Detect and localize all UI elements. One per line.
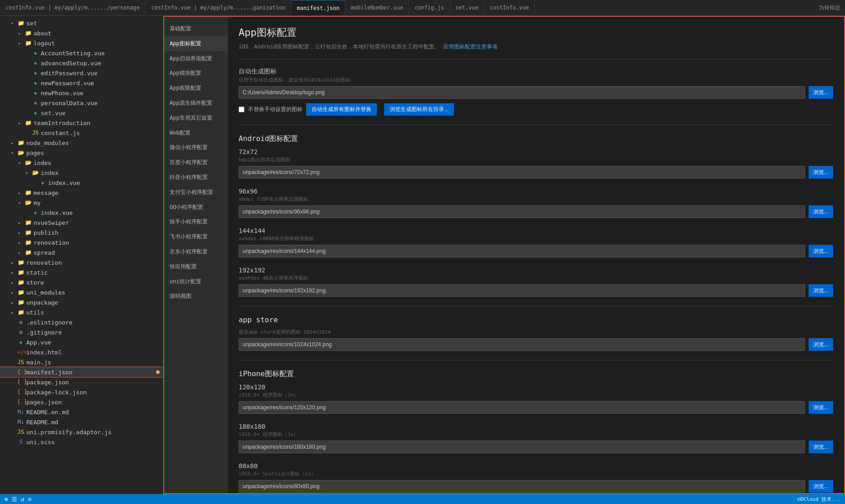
browse-output-dir-button[interactable]: 浏览生成图标所在目录... (384, 103, 454, 116)
tree-item-readmeenmd[interactable]: ▸ M↓ README.en.md (0, 407, 163, 417)
status-icon-menu[interactable]: ☰ (12, 496, 17, 503)
status-icon-add[interactable]: ⊕ (5, 496, 8, 503)
browse-appstore-button[interactable]: 浏览... (809, 338, 833, 351)
nav-item-appmokuai[interactable]: App模块配置 (164, 66, 227, 81)
browse-144-button[interactable]: 浏览... (809, 245, 833, 257)
tree-item-message[interactable]: ▸ 📁 message (0, 188, 163, 198)
nav-item-wechat[interactable]: 微信小程序配置 (164, 140, 227, 155)
tree-item-unpackage[interactable]: ▸ 📁 unpackage (0, 297, 163, 307)
tree-item-unipromisify[interactable]: ▸ JS uni.promisify.adaptor.js (0, 427, 163, 437)
folder-open-icon: 📂 (32, 170, 39, 176)
tree-item-accountsetting[interactable]: ▸ ◈ AccountSetting.vue (0, 48, 163, 58)
tree-item-about[interactable]: ▸ 📁 about (0, 28, 163, 38)
tree-item-set[interactable]: ▾ 📁 set (0, 18, 163, 28)
browse-iphone-80-button[interactable]: 浏览... (809, 480, 833, 493)
tree-item-manifestjson[interactable]: ▸ { } manifest.json (0, 367, 163, 377)
icon-192-input[interactable] (239, 284, 805, 297)
tree-item-store[interactable]: ▸ 📁 store (0, 277, 163, 287)
tree-item-node-modules[interactable]: ▸ 📁 node_modules (0, 138, 163, 148)
tree-item-pagesjson[interactable]: ▸ [ ] pages.json (0, 397, 163, 407)
logo-path-input[interactable] (239, 86, 805, 99)
nav-item-appchangyong[interactable]: App常用其它设置 (164, 111, 227, 126)
checkbox-row: 不替换手动设置的图标 自动生成所有图标并替换 浏览生成图标所在目录... (239, 103, 833, 116)
tree-item-pages[interactable]: ▾ 📂 pages (0, 148, 163, 158)
tree-item-appvue[interactable]: ▸ ◈ App.vue (0, 337, 163, 347)
no-replace-checkbox[interactable] (239, 107, 244, 112)
nav-item-appquanxian[interactable]: App权限配置 (164, 81, 227, 96)
nav-item-appqidong[interactable]: App启动界面配置 (164, 51, 227, 66)
tree-item-editpassword[interactable]: ▸ ◈ editPassword.vue (0, 68, 163, 78)
auto-gen-all-button[interactable]: 自动生成所有图标并替换 (306, 103, 377, 116)
tree-item-my-indexvue[interactable]: ▸ ◈ index.vue (0, 208, 163, 218)
nav-item-web[interactable]: Web配置 (164, 126, 227, 141)
tree-item-index[interactable]: ▾ 📂 index (0, 158, 163, 168)
nav-item-alipay[interactable]: 支付宝小程序配置 (164, 185, 227, 200)
tree-item-indexhtml[interactable]: ▸ </> index.html (0, 347, 163, 357)
browse-logo-button[interactable]: 浏览... (809, 86, 833, 99)
nav-item-douyin[interactable]: 抖音小程序配置 (164, 170, 227, 185)
tree-item-constantjs[interactable]: ▸ JS constant.js (0, 128, 163, 138)
tab-5[interactable]: set.vue (450, 0, 484, 16)
nav-item-kuaiyingyong[interactable]: 快应用配置 (164, 259, 227, 274)
status-icon-refresh[interactable]: ↺ (21, 496, 24, 503)
tab-4[interactable]: config.js (409, 0, 450, 16)
browse-72-button[interactable]: 浏览... (809, 166, 833, 179)
tree-item-publish[interactable]: ▸ 📁 publish (0, 228, 163, 237)
nav-item-apptubiao[interactable]: App图标配置 (164, 36, 227, 51)
tab-6[interactable]: costInfo.vue (484, 0, 535, 16)
tree-item-newphone[interactable]: ▸ ◈ newPhone.vue (0, 88, 163, 98)
tree-item-spread[interactable]: ▸ 📁 spread (0, 247, 163, 257)
tree-item-my[interactable]: ▾ 📂 my (0, 198, 163, 208)
nav-item-appyuansheng[interactable]: App原生插件配置 (164, 96, 227, 111)
tree-item-renovation-sub[interactable]: ▸ 📁 renovation (0, 237, 163, 247)
tree-item-eslintignore[interactable]: ▸ ⚙ .eslintignore (0, 317, 163, 327)
tree-item-static[interactable]: ▸ 📁 static (0, 267, 163, 277)
browse-iphone-120-2x-button[interactable]: 浏览... (809, 401, 833, 414)
tab-1[interactable]: costInfo.vue | my/apply/m......ganizatio… (146, 0, 291, 16)
nav-item-yuanma[interactable]: 源码视图 (164, 289, 227, 304)
tree-item-renovation-root[interactable]: ▸ 📁 renovation (0, 257, 163, 267)
nav-item-baidu[interactable]: 百度小程序配置 (164, 155, 227, 170)
size-72-sub: hdpi高分辨率应用图标 (239, 156, 833, 163)
nav-item-qq[interactable]: QQ小程序配置 (164, 200, 227, 215)
nav-item-kuaishou[interactable]: 快手小程序配置 (164, 214, 227, 229)
tree-item-teamintro[interactable]: ▸ 📁 teamIntroduction (0, 118, 163, 128)
nav-item-jingdong[interactable]: 京东小程序配置 (164, 244, 227, 259)
icon-72-input[interactable] (239, 166, 805, 179)
tree-item-newpassword[interactable]: ▸ ◈ newPassword.vue (0, 78, 163, 88)
nav-item-unitongji[interactable]: uni统计配置 (164, 274, 227, 289)
status-icon-target[interactable]: ⊙ (28, 496, 32, 503)
iphone-180-input[interactable] (239, 441, 805, 453)
browse-192-button[interactable]: 浏览... (809, 284, 833, 297)
tree-item-setvue[interactable]: ▸ ◈ set.vue (0, 108, 163, 118)
iphone-80-input[interactable] (239, 480, 805, 493)
icon-144-input[interactable] (239, 245, 805, 257)
browse-96-button[interactable]: 浏览... (809, 205, 833, 218)
tree-item-utils[interactable]: ▸ 📁 utils (0, 307, 163, 317)
size-192-label: 192x192 (239, 267, 833, 274)
browse-iphone-180-button[interactable]: 浏览... (809, 441, 833, 453)
tree-item-logout[interactable]: ▸ 📁 logout (0, 38, 163, 48)
tree-item-advancedsetup[interactable]: ▸ ◈ advancedSetup.vue (0, 58, 163, 68)
icon-96-input[interactable] (239, 205, 805, 218)
nav-item-feishu[interactable]: 飞书小程序配置 (164, 229, 227, 244)
tree-item-index-sub[interactable]: ▾ 📂 index (0, 168, 163, 178)
tree-item-nvueswiper[interactable]: ▸ 📁 nvueSwiper (0, 218, 163, 228)
tree-item-gitignore[interactable]: ▸ ⚙ .gitignore (0, 327, 163, 337)
tree-label: pages.json (26, 399, 62, 406)
tree-item-packagelockjson[interactable]: ▸ [ ] package-lock.json (0, 387, 163, 397)
nav-item-jichu[interactable]: 基础配置 (164, 21, 227, 36)
section-link[interactable]: 应用图标配置注意事项 (443, 44, 498, 50)
tree-item-packagejson[interactable]: ▸ [ ] package.json (0, 377, 163, 387)
tab-3[interactable]: mobileNumber.vue (345, 0, 409, 16)
tree-item-uniscss[interactable]: ▸ S uni.scss (0, 437, 163, 447)
tree-item-personaldata[interactable]: ▸ ◈ personalData.vue (0, 98, 163, 108)
iphone-120-2x-input[interactable] (239, 401, 805, 414)
tree-item-readmemd[interactable]: ▸ M↓ README.md (0, 417, 163, 427)
tree-item-mainjs[interactable]: ▸ JS main.js (0, 357, 163, 367)
tree-item-uni-modules[interactable]: ▸ 📁 uni_modules (0, 287, 163, 297)
tree-item-indexvue[interactable]: ▸ ◈ index.vue (0, 178, 163, 188)
tab-0[interactable]: costInfo.vue | my/apply/m....../personag… (0, 0, 146, 16)
appstore-input[interactable] (239, 338, 805, 351)
tab-2[interactable]: manifest.json (291, 0, 345, 16)
